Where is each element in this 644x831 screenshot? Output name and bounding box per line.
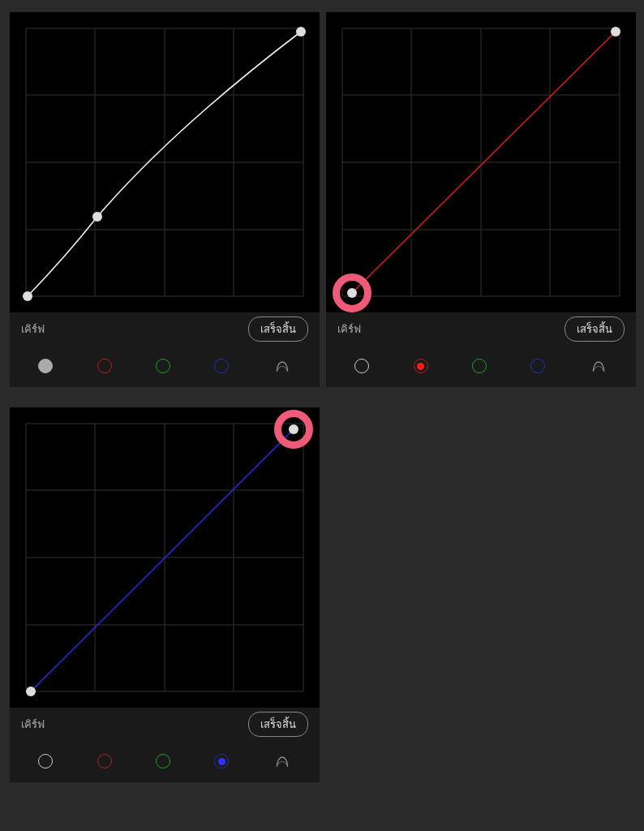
curve-point[interactable] xyxy=(289,424,298,434)
curve-point[interactable] xyxy=(296,27,306,37)
curve-label: เคิร์ฟ xyxy=(337,321,361,338)
curve-graph-luma[interactable] xyxy=(10,12,320,312)
curve-path-blue[interactable] xyxy=(31,429,294,691)
curve-toolbar: เคิร์ฟ เสร็จสิ้น xyxy=(326,312,636,345)
curve-graph-red[interactable] xyxy=(326,12,636,312)
curve-label: เคิร์ฟ xyxy=(21,716,45,733)
curve-toolbar: เคิร์ฟ เสร็จสิ้น xyxy=(10,312,320,345)
channel-row xyxy=(326,345,636,387)
channel-white-button[interactable] xyxy=(354,359,369,373)
curve-panel-red: เคิร์ฟ เสร็จสิ้น xyxy=(326,12,636,387)
curve-graph-blue[interactable] xyxy=(10,407,320,708)
channel-red-button[interactable] xyxy=(97,754,112,769)
curve-toolbar: เคิร์ฟ เสร็จสิ้น xyxy=(10,708,320,740)
curve-point[interactable] xyxy=(611,27,620,37)
channel-red-button[interactable] xyxy=(414,359,428,373)
reset-curve-icon[interactable] xyxy=(273,752,291,770)
channel-red-button[interactable] xyxy=(97,359,112,373)
done-button[interactable]: เสร็จสิ้น xyxy=(565,316,625,342)
channel-white-button[interactable] xyxy=(38,359,53,373)
reset-curve-icon[interactable] xyxy=(273,357,291,375)
channel-row xyxy=(10,740,320,782)
grid-lines xyxy=(26,28,303,296)
channel-white-button[interactable] xyxy=(38,754,53,769)
done-button[interactable]: เสร็จสิ้น xyxy=(248,712,308,737)
curve-point[interactable] xyxy=(92,212,102,222)
curve-point[interactable] xyxy=(26,687,36,696)
done-button[interactable]: เสร็จสิ้น xyxy=(248,316,308,342)
channel-green-button[interactable] xyxy=(156,359,170,373)
channel-blue-button[interactable] xyxy=(214,359,229,373)
curve-panel-luma: เคิร์ฟ เสร็จสิ้น xyxy=(10,12,320,387)
channel-green-button[interactable] xyxy=(156,754,170,769)
curve-svg-red xyxy=(326,12,636,312)
curve-panel-blue: เคิร์ฟ เสร็จสิ้น xyxy=(10,407,320,782)
channel-green-button[interactable] xyxy=(472,359,487,373)
curve-point[interactable] xyxy=(347,288,357,298)
curve-svg-blue xyxy=(10,407,320,708)
curve-label: เคิร์ฟ xyxy=(21,321,45,338)
channel-blue-button[interactable] xyxy=(530,359,545,373)
curve-point[interactable] xyxy=(23,291,32,301)
channel-row xyxy=(10,345,320,387)
reset-curve-icon[interactable] xyxy=(590,357,608,375)
curve-svg-luma xyxy=(10,12,320,312)
channel-blue-button[interactable] xyxy=(214,754,229,769)
